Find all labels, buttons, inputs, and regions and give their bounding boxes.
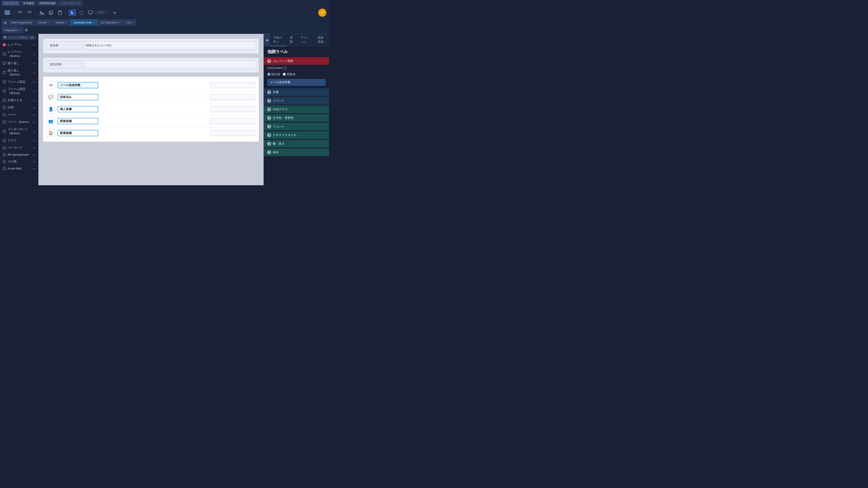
tab-main-page[interactable]: Main Page[main] (8, 20, 35, 26)
rp-section-header-color[interactable]: ▶ 文字色・背景色 (264, 114, 329, 122)
family-injury-icon: 👥 (47, 117, 55, 125)
svg-rect-10 (50, 11, 53, 14)
expand-icon: ▶ (34, 62, 35, 65)
rp-section-label-padding: 余白 (273, 150, 279, 154)
sidebar-item-common-master[interactable]: 共通マスタ ▶ (0, 97, 38, 104)
rp-section-text-style: ▶ テキストスタイル (264, 131, 329, 139)
radio-variable-input[interactable] (283, 73, 286, 76)
rp-tab-screen[interactable]: 画面構成 (314, 34, 329, 46)
rp-tab-property[interactable]: プロパティ (270, 34, 287, 46)
rp-section-header-text-style[interactable]: ▶ テキストスタイル (264, 131, 329, 139)
sender-label: 送信者 (46, 41, 82, 50)
sender-value: 削除されたユーザ() (84, 41, 256, 50)
rp-section-header-element[interactable]: ▶ エレメント固有 (264, 57, 329, 65)
summary-row-family-injury[interactable]: 👥 家族負傷 (46, 115, 256, 127)
pencil-icon[interactable]: ✏ (318, 8, 327, 17)
content-btn[interactable]: コンテンツ (2, 1, 20, 6)
redo-btn[interactable] (26, 9, 33, 16)
tab-summary-area-label: Summary Area (73, 21, 91, 24)
tab-pagination[interactable]: Pagination ✕ (2, 27, 23, 33)
top-bar: コンテンツ 安否確認 回答状況画面 バージョン：1 (0, 0, 329, 7)
close-list-icon[interactable]: ✕ (131, 22, 133, 24)
sidebar-item-other[interactable]: その他 ▶ (0, 158, 38, 165)
svg-rect-1 (4, 12, 10, 13)
sidebar-item-layout[interactable]: レイアウト ▶ (0, 41, 38, 48)
radio-fixed-label[interactable]: 固定値 (268, 72, 280, 76)
rp-section-header-size[interactable]: ▶ 幅・高さ (264, 140, 329, 148)
tab-header[interactable]: Header ✕ (53, 20, 70, 26)
svg-rect-0 (4, 10, 10, 11)
rp-toggle-btn[interactable]: ◀ (264, 34, 270, 46)
bullet-icon (3, 53, 6, 56)
add-tab-btn[interactable]: ⊕ (24, 28, 29, 33)
paste-btn[interactable] (56, 9, 64, 16)
family-injury-label[interactable]: 家族負傷 (58, 118, 98, 124)
rp-section-header-event[interactable]: ▶ イベント (264, 97, 329, 105)
sidebar-item-layout-bulma[interactable]: レイアウト（Bulma） ▶ (0, 48, 38, 60)
rp-section-header-css[interactable]: ▶ CSSクラス (264, 105, 329, 113)
sidebar-item-repeat-bulma[interactable]: 繰り返し（Bulma） ▶ (0, 67, 38, 78)
tab-summary-area[interactable]: Summary Area ✕ (70, 20, 97, 26)
sidebar-item-parts[interactable]: パーツ ▶ (0, 111, 38, 119)
circle-icon-element: ▶ (268, 59, 271, 63)
sidebar-search-input[interactable] (8, 36, 31, 39)
answer-status-btn[interactable]: 回答状況画面 (37, 1, 58, 6)
summary-row-answered[interactable]: 💬 回答済み (46, 91, 256, 103)
close-header-icon[interactable]: ✕ (65, 22, 67, 24)
rp-tab-actions[interactable]: アクション (298, 34, 314, 46)
sidebar-item-parts-bulma[interactable]: パーツ（Bulma） ▶ (0, 119, 38, 126)
monitor-btn[interactable] (87, 9, 94, 16)
radio-fixed-input[interactable] (268, 73, 270, 76)
svg-point-7 (40, 13, 41, 15)
rp-section-header-padding[interactable]: ▶ 余白 (264, 149, 329, 156)
chevron-right-icon: ▶ (31, 36, 33, 39)
svg-text:✳: ✳ (113, 11, 116, 15)
sidebar-item-accel-mart[interactable]: Accel-Mart ▶ (0, 165, 38, 172)
sidebar-item-component-bulma[interactable]: コンポーネント（Bulma） ▶ (0, 126, 38, 137)
personal-injury-label[interactable]: 個人負傷 (58, 106, 98, 112)
tab-list-operation[interactable]: List Operation ✕ (98, 20, 123, 26)
asterisk-btn[interactable]: ✳ (111, 9, 119, 16)
close-overall-icon[interactable]: ✕ (48, 22, 49, 24)
sidebar-item-form[interactable]: フォーム部品 ▶ (0, 78, 38, 86)
expand-icon: ▶ (34, 167, 35, 170)
rp-section-label-element: エレメント固有 (273, 59, 293, 63)
rp-section-header-font[interactable]: ▶ フォント (264, 123, 329, 130)
close-pagination-icon[interactable]: ✕ (19, 29, 20, 31)
safety-confirm-btn[interactable]: 安否確認 (21, 1, 36, 6)
select-btn[interactable] (68, 9, 76, 16)
tab-nav-back[interactable]: ◀ (2, 20, 8, 26)
tab-overall[interactable]: Overall ✕ (35, 20, 52, 26)
summary-row-mail[interactable]: ✉ メール送信件数 (46, 79, 256, 91)
radio-variable-label[interactable]: 変数値 (283, 72, 296, 76)
svg-marker-4 (30, 11, 31, 13)
canvas-area[interactable]: 送信者 削除されたユーザ() 送信日時 ✉ メール送信件数 (38, 34, 264, 185)
rp-section-header-common[interactable]: ▶ 共通 (264, 88, 329, 96)
text-content-input[interactable] (268, 79, 326, 86)
expand-icon: ▶ (34, 90, 35, 92)
rp-section-label-size: 幅・高さ (273, 142, 285, 146)
close-summary-icon[interactable]: ✕ (92, 22, 94, 24)
undo-btn[interactable] (17, 9, 24, 16)
house-damage-label[interactable]: 家屋損傷 (58, 130, 98, 136)
rp-tab-variables[interactable]: 変数 (287, 34, 298, 46)
css-btn[interactable]: {CSS} (96, 10, 106, 15)
mail-label[interactable]: メール送信件数 (58, 82, 98, 88)
help-icon[interactable]: ? (283, 66, 287, 70)
svg-marker-13 (71, 11, 74, 15)
tab-list[interactable]: List ✕ (124, 20, 136, 26)
copy-btn[interactable] (47, 9, 55, 16)
cut-btn[interactable] (38, 9, 46, 16)
sidebar-item-general[interactable]: 汎用 ▶ (0, 104, 38, 111)
lasso-btn[interactable] (78, 9, 85, 16)
sidebar-item-repeat[interactable]: 繰り返し ▶ (0, 60, 38, 67)
close-list-op-icon[interactable]: ✕ (119, 22, 120, 24)
sidebar-item-form-bulma[interactable]: フォーム部品（Bulma） ▶ (0, 86, 38, 97)
sidebar-item-barcode[interactable]: バーコード ▶ (0, 144, 38, 151)
summary-row-house-damage[interactable]: 🏠 家屋損傷 (46, 127, 256, 139)
sidebar-item-graph[interactable]: グラフ ▶ (0, 137, 38, 144)
summary-row-personal-injury[interactable]: 👤 個人負傷 (46, 103, 256, 115)
stack-icon-btn[interactable] (3, 9, 12, 16)
sidebar-item-spreadsheet[interactable]: IM-Spreadsheet ▶ (0, 151, 38, 158)
answered-label[interactable]: 回答済み (58, 94, 98, 100)
